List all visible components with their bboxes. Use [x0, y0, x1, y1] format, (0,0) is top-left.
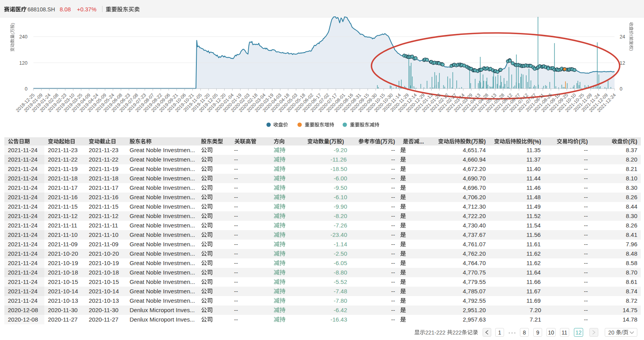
svg-text:--: -- [584, 213, 588, 219]
svg-text:Great Noble Investmen...: Great Noble Investmen... [130, 203, 195, 210]
svg-text:--: -- [391, 307, 395, 313]
svg-text:--: -- [584, 165, 588, 172]
svg-text:4,779.55: 4,779.55 [463, 278, 486, 285]
svg-text:2021-11-11: 2021-11-11 [89, 222, 118, 229]
svg-text:Great Noble Investmen...: Great Noble Investmen... [130, 250, 195, 257]
svg-text:--: -- [391, 269, 395, 276]
svg-text:2021-11-23: 2021-11-23 [48, 147, 78, 153]
svg-text:2021-10-18: 2021-10-18 [89, 269, 119, 276]
svg-text:14.78: 14.78 [623, 316, 638, 323]
svg-text:20: 20 [608, 329, 615, 336]
svg-text:--: -- [584, 203, 588, 210]
svg-text:): ) [342, 138, 344, 145]
svg-text:11.64: 11.64 [527, 269, 541, 276]
svg-text:4,730.40: 4,730.40 [463, 222, 486, 229]
svg-text:11.67: 11.67 [527, 288, 541, 295]
svg-text:9: 9 [536, 329, 539, 336]
svg-text:Great Noble Investmen...: Great Noble Investmen... [130, 147, 195, 153]
svg-text:Great Noble Investmen...: Great Noble Investmen... [130, 194, 195, 200]
svg-text:11.40: 11.40 [527, 165, 541, 172]
svg-text:2021-11-16: 2021-11-16 [48, 194, 78, 200]
svg-text:8.58: 8.58 [626, 260, 637, 266]
svg-text:11.37: 11.37 [527, 156, 541, 163]
svg-text:2021-11-23: 2021-11-23 [89, 147, 119, 153]
svg-text:2021-11-19: 2021-11-19 [89, 165, 119, 172]
svg-text:4,672.20: 4,672.20 [463, 165, 486, 172]
svg-text:--: -- [391, 203, 395, 210]
svg-text:2020-11-27: 2020-11-27 [89, 316, 119, 323]
svg-text:--: -- [391, 222, 395, 229]
svg-text:2021-11-11: 2021-11-11 [48, 222, 77, 229]
svg-text:11.46: 11.46 [527, 184, 541, 191]
svg-text:--: -- [391, 213, 395, 219]
svg-text:8.37: 8.37 [626, 147, 637, 153]
svg-text:2021-11-17: 2021-11-17 [89, 184, 119, 191]
svg-text:--: -- [391, 194, 395, 200]
svg-text:-6.10: -6.10 [334, 194, 347, 200]
svg-text:2021-11-24: 2021-11-24 [8, 156, 38, 163]
svg-text:2020-12-08: 2020-12-08 [8, 316, 38, 323]
svg-text:--: -- [234, 260, 238, 266]
svg-text:2021-11-10: 2021-11-10 [48, 231, 78, 238]
svg-text:--: -- [234, 278, 238, 285]
svg-text:1: 1 [498, 329, 501, 336]
svg-text:Great Noble Investmen...: Great Noble Investmen... [130, 184, 195, 191]
svg-text:--: -- [391, 231, 395, 238]
svg-text:--: -- [234, 213, 238, 219]
svg-text:2021-10-18: 2021-10-18 [48, 269, 78, 276]
svg-text:4,785.07: 4,785.07 [463, 288, 486, 295]
svg-text:4,764.70: 4,764.70 [463, 260, 486, 266]
svg-text:8.21: 8.21 [626, 165, 637, 172]
svg-text:--: -- [391, 156, 395, 163]
svg-text:2021-10-20: 2021-10-20 [48, 250, 78, 257]
svg-text:8.61: 8.61 [626, 278, 637, 285]
svg-text:-9.50: -9.50 [334, 184, 347, 191]
svg-text:--: -- [584, 194, 588, 200]
svg-text:24: 24 [620, 34, 625, 40]
svg-text:11.48: 11.48 [527, 194, 541, 200]
svg-text:4,690.70: 4,690.70 [463, 175, 486, 182]
svg-text:--: -- [584, 156, 588, 163]
svg-text:-7.26: -7.26 [334, 222, 347, 229]
svg-text:120: 120 [19, 60, 27, 66]
svg-text:12: 12 [620, 60, 625, 66]
svg-text:--: -- [391, 165, 395, 172]
svg-text:Great Noble Investmen...: Great Noble Investmen... [130, 260, 195, 266]
svg-text:8.70: 8.70 [626, 269, 637, 276]
svg-text:2021-11-24: 2021-11-24 [8, 213, 38, 219]
svg-text:7.20: 7.20 [530, 307, 541, 313]
svg-text:--: -- [584, 241, 588, 247]
svg-text:-5.52: -5.52 [334, 278, 347, 285]
svg-text:2,951.20: 2,951.20 [463, 307, 486, 313]
svg-text:-23.40: -23.40 [331, 231, 348, 238]
svg-text:--: -- [234, 175, 238, 182]
svg-text:Great Noble Investmen...: Great Noble Investmen... [130, 156, 195, 163]
svg-text:4,792.55: 4,792.55 [463, 297, 486, 304]
svg-text:--: -- [584, 250, 588, 257]
svg-text:8.74: 8.74 [626, 288, 637, 295]
svg-text:-9.20: -9.20 [334, 147, 347, 153]
svg-text:4,706.20: 4,706.20 [463, 194, 486, 200]
svg-text:--: -- [234, 250, 238, 257]
svg-text:--: -- [584, 260, 588, 266]
svg-text:0: 0 [620, 86, 622, 92]
svg-text:+0.37%: +0.37% [77, 6, 97, 13]
svg-text:Great Noble Investmen...: Great Noble Investmen... [130, 231, 195, 238]
svg-text:2,957.63: 2,957.63 [463, 316, 486, 323]
svg-text:--: -- [391, 316, 395, 323]
svg-text:-18.50: -18.50 [331, 165, 348, 172]
svg-text:4,660.94: 4,660.94 [463, 156, 486, 163]
svg-text:2021-11-24: 2021-11-24 [8, 147, 38, 153]
svg-text:Great Noble Investmen...: Great Noble Investmen... [130, 241, 195, 247]
svg-text:2021-10-14: 2021-10-14 [89, 288, 119, 295]
svg-text:--: -- [584, 278, 588, 285]
svg-text:(: ( [471, 138, 473, 145]
svg-text:2021-11-09: 2021-11-09 [48, 241, 78, 247]
svg-text:2021-10-15: 2021-10-15 [89, 278, 119, 285]
svg-text:--: -- [584, 222, 588, 229]
svg-text:2020-11-27: 2020-11-27 [48, 316, 78, 323]
svg-text:2021-11-24: 2021-11-24 [8, 175, 38, 182]
svg-text:11.56: 11.56 [527, 231, 541, 238]
svg-text:-6.00: -6.00 [334, 175, 347, 182]
svg-text:Great Noble Investmen...: Great Noble Investmen... [130, 175, 195, 182]
